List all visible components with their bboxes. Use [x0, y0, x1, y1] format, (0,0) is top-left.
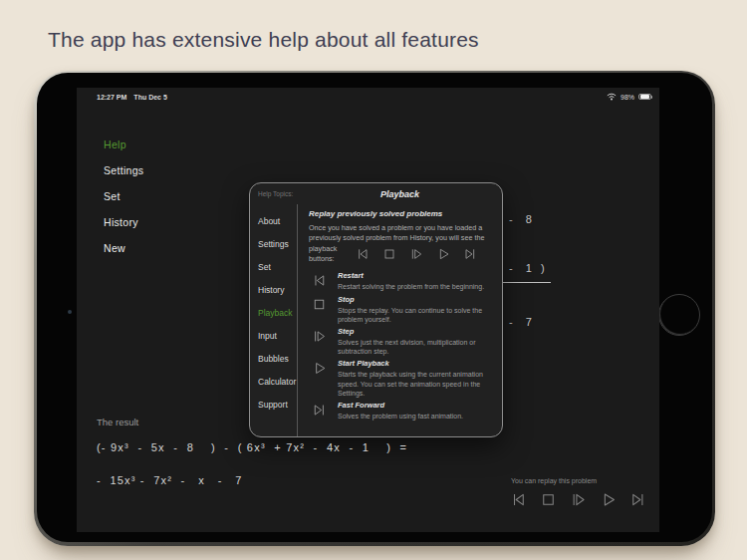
playback-buttons-help-list: Restart Restart solving the problem from…	[309, 271, 493, 420]
start-playback-icon	[311, 360, 328, 377]
background-problem-line3: - 7	[503, 307, 551, 333]
list-item: Start Playback Starts the playback using…	[309, 359, 493, 398]
menu-item-new[interactable]: New	[104, 235, 143, 261]
button-name: Restart	[338, 271, 484, 280]
wifi-icon	[607, 93, 617, 101]
step-icon	[408, 246, 424, 262]
restart-icon[interactable]	[509, 490, 528, 509]
stop-icon	[311, 296, 328, 313]
background-problem-line1: - 8	[503, 206, 551, 232]
button-name: Step	[338, 327, 492, 336]
topic-item-support[interactable]: Support	[250, 394, 297, 417]
replay-hint: You can replay this problem	[509, 477, 647, 484]
restart-icon	[311, 272, 328, 289]
help-topics-label: Help Topics:	[250, 190, 298, 197]
status-date: Thu Dec 5	[133, 94, 166, 101]
marketing-screenshot: The app has extensive help about all fea…	[0, 0, 747, 560]
list-item: Stop Stops the replay. You can continue …	[309, 295, 493, 324]
button-description: Stops the replay. You can continue to so…	[338, 306, 492, 324]
help-subtitle: Replay previously solved problems	[309, 209, 493, 218]
app-menu: Help Settings Set History New	[104, 132, 143, 261]
result-answer: - 15x³ - 7x² - x - 7	[97, 474, 407, 486]
restart-icon	[355, 246, 371, 262]
replay-controls	[509, 490, 647, 509]
status-bar: 12:27 PMThu Dec 5 98%	[97, 93, 651, 101]
result-block: The result (- 9x³ - 5x - 8 ) - ( 6x³ + 7…	[97, 417, 407, 486]
menu-item-help[interactable]: Help	[104, 132, 143, 157]
button-description: Restart solving the problem from the beg…	[338, 282, 484, 291]
status-time-date: 12:27 PMThu Dec 5	[97, 94, 174, 101]
background-problem-line2: - 1 )	[503, 256, 551, 283]
help-intro-buttons-label: playback buttons:	[309, 244, 349, 264]
playback-buttons-illustration	[355, 246, 478, 262]
topic-item-history[interactable]: History	[250, 279, 297, 302]
page-title: The app has extensive help about all fea…	[48, 28, 479, 52]
topic-item-playback[interactable]: Playback	[250, 302, 297, 325]
menu-item-history[interactable]: History	[104, 209, 143, 235]
step-icon	[311, 328, 328, 345]
stop-icon[interactable]	[539, 490, 558, 509]
help-dialog: Help Topics: Playback About Settings Set…	[249, 182, 503, 437]
menu-item-set[interactable]: Set	[104, 183, 143, 209]
topic-item-input[interactable]: Input	[250, 325, 297, 348]
button-name: Start Playback	[338, 359, 492, 368]
button-name: Stop	[338, 295, 492, 304]
fast-forward-icon	[462, 246, 478, 262]
ipad-bezel: 12:27 PMThu Dec 5 98% Help Settings Set …	[37, 73, 712, 542]
button-name: Fast Forward	[338, 401, 463, 410]
step-icon[interactable]	[569, 490, 588, 509]
background-problem: - 8 - 1 ) - 7	[503, 182, 551, 357]
battery-icon	[638, 94, 651, 101]
topic-item-set[interactable]: Set	[250, 256, 297, 279]
topic-item-settings[interactable]: Settings	[250, 233, 297, 256]
topic-item-calculator[interactable]: Calculator	[250, 371, 297, 394]
stop-icon	[381, 246, 397, 262]
ipad-device: 12:27 PMThu Dec 5 98% Help Settings Set …	[34, 71, 715, 546]
help-dialog-content: Replay previously solved problems Once y…	[298, 204, 502, 436]
help-topics-list: About Settings Set History Playback Inpu…	[250, 204, 298, 436]
start-playback-icon[interactable]	[599, 490, 618, 509]
menu-item-settings[interactable]: Settings	[104, 157, 143, 183]
result-problem: (- 9x³ - 5x - 8 ) - ( 6x³ + 7x² - 4x - 1…	[97, 441, 407, 453]
start-playback-icon	[435, 246, 451, 262]
button-description: Starts the playback using the current an…	[338, 370, 492, 398]
help-intro-text: Once you have solved a problem or you ha…	[309, 223, 493, 243]
topic-item-about[interactable]: About	[250, 210, 297, 233]
list-item: Restart Restart solving the problem from…	[309, 271, 493, 291]
help-dialog-header: Help Topics: Playback	[250, 183, 502, 204]
replay-block: You can replay this problem	[509, 477, 647, 509]
battery-percent: 98%	[621, 94, 634, 101]
app-screen: 12:27 PMThu Dec 5 98% Help Settings Set …	[77, 88, 659, 532]
front-camera-icon	[68, 310, 72, 314]
list-item: Step Solves just the next division, mult…	[309, 327, 493, 356]
button-description: Solves just the next division, multiplic…	[338, 338, 492, 356]
fast-forward-icon[interactable]	[628, 490, 647, 509]
home-button[interactable]	[658, 294, 700, 336]
result-label: The result	[97, 417, 407, 427]
topic-item-bubbles[interactable]: Bubbles	[250, 348, 297, 371]
help-dialog-title: Playback	[298, 189, 502, 199]
status-time: 12:27 PM	[97, 94, 126, 101]
status-indicators: 98%	[607, 93, 651, 101]
